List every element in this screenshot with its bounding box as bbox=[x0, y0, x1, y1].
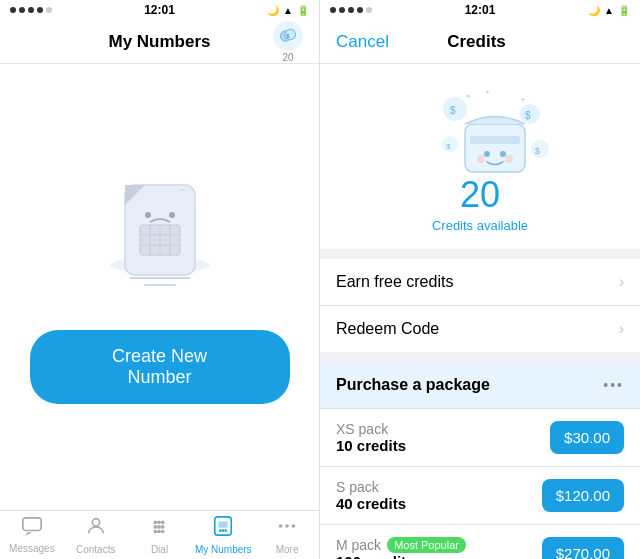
messages-icon bbox=[21, 516, 43, 541]
s-pack-credits: 40 credits bbox=[336, 495, 406, 512]
purchase-section: Purchase a package ••• XS pack 10 credit… bbox=[320, 362, 640, 559]
status-bar-right: 12:01 🌙 ▲ 🔋 bbox=[320, 0, 640, 20]
tab-messages-label: Messages bbox=[9, 543, 55, 554]
tab-more-label: More bbox=[276, 544, 299, 555]
s-pack-price[interactable]: $120.00 bbox=[542, 479, 624, 512]
sim-illustration bbox=[100, 170, 220, 300]
signal-dots bbox=[10, 7, 52, 13]
left-title: My Numbers bbox=[108, 32, 210, 52]
battery-icon: 🔋 bbox=[297, 5, 309, 16]
xs-pack-name: XS pack bbox=[336, 421, 406, 437]
svg-text:✦: ✦ bbox=[485, 89, 490, 95]
tab-dial[interactable]: Dial bbox=[128, 511, 192, 559]
right-signal-dots bbox=[330, 7, 372, 13]
dot3 bbox=[28, 7, 34, 13]
svg-point-33 bbox=[225, 529, 228, 532]
package-xs-info: XS pack 10 credits bbox=[336, 421, 406, 454]
dot4 bbox=[37, 7, 43, 13]
coins-icon: $ bbox=[279, 27, 297, 45]
status-bar-left: 12:01 🌙 ▲ 🔋 bbox=[0, 0, 319, 20]
three-dots-icon[interactable]: ••• bbox=[603, 377, 624, 393]
status-icons-left: 🌙 ▲ 🔋 bbox=[267, 5, 309, 16]
svg-point-36 bbox=[292, 524, 296, 528]
svg-point-23 bbox=[154, 525, 158, 529]
location-icon: ▲ bbox=[283, 5, 293, 16]
svg-text:$: $ bbox=[446, 142, 451, 151]
m-pack-price[interactable]: $270.00 bbox=[542, 537, 624, 559]
tab-contacts[interactable]: Contacts bbox=[64, 511, 128, 559]
rdot1 bbox=[330, 7, 336, 13]
credits-hero: $ $ $ $ ✦ ✦ ✦ bbox=[320, 64, 640, 249]
svg-point-22 bbox=[161, 521, 165, 525]
wallet-illustration: $ $ $ $ ✦ ✦ ✦ bbox=[435, 84, 525, 164]
tab-more[interactable]: More bbox=[255, 511, 319, 559]
menu-section: Earn free credits › Redeem Code › bbox=[320, 259, 640, 352]
svg-point-19 bbox=[92, 519, 99, 526]
right-nav-header: Cancel Credits bbox=[320, 20, 640, 64]
tab-my-numbers[interactable]: My Numbers bbox=[191, 511, 255, 559]
svg-point-13 bbox=[169, 212, 175, 218]
svg-text:$: $ bbox=[525, 110, 531, 121]
svg-point-25 bbox=[161, 525, 165, 529]
credits-icon: $ bbox=[273, 21, 303, 51]
create-number-button[interactable]: Create New Number bbox=[30, 330, 290, 404]
wallet-svg: $ $ $ $ ✦ ✦ ✦ bbox=[435, 84, 555, 184]
right-location-icon: ▲ bbox=[604, 5, 614, 16]
svg-point-28 bbox=[161, 530, 165, 534]
svg-point-32 bbox=[222, 529, 225, 532]
rdot5 bbox=[366, 7, 372, 13]
earn-credits-item[interactable]: Earn free credits › bbox=[320, 259, 640, 306]
svg-point-35 bbox=[285, 524, 289, 528]
tab-my-numbers-label: My Numbers bbox=[195, 544, 252, 555]
package-m-info: M pack Most Popular 100 credits bbox=[336, 537, 466, 559]
xs-pack-credits: 10 credits bbox=[336, 437, 406, 454]
bottom-tab-bar: Messages Contacts Dial My Numbers bbox=[0, 510, 319, 559]
svg-point-51 bbox=[500, 151, 506, 157]
purchase-header-label: Purchase a package bbox=[336, 376, 490, 394]
right-time: 12:01 bbox=[465, 3, 496, 17]
purchase-header: Purchase a package ••• bbox=[320, 362, 640, 409]
tab-contacts-label: Contacts bbox=[76, 544, 115, 555]
svg-text:✦: ✦ bbox=[520, 96, 526, 103]
rdot3 bbox=[348, 7, 354, 13]
earn-credits-label: Earn free credits bbox=[336, 273, 453, 291]
svg-rect-18 bbox=[23, 518, 41, 531]
redeem-code-label: Redeem Code bbox=[336, 320, 439, 338]
package-m[interactable]: M pack Most Popular 100 credits $270.00 bbox=[320, 525, 640, 559]
m-pack-credits: 100 credits bbox=[336, 553, 466, 559]
svg-point-24 bbox=[158, 525, 162, 529]
package-xs[interactable]: XS pack 10 credits $30.00 bbox=[320, 409, 640, 467]
left-main-content: Create New Number bbox=[0, 64, 319, 510]
tab-messages[interactable]: Messages bbox=[0, 511, 64, 559]
svg-text:$: $ bbox=[535, 146, 540, 156]
package-s[interactable]: S pack 40 credits $120.00 bbox=[320, 467, 640, 525]
dot5 bbox=[46, 7, 52, 13]
credits-available-text: Credits available bbox=[432, 218, 528, 233]
rdot4 bbox=[357, 7, 363, 13]
m-pack-name: M pack Most Popular bbox=[336, 537, 466, 553]
redeem-code-item[interactable]: Redeem Code › bbox=[320, 306, 640, 352]
xs-pack-right: $30.00 bbox=[550, 421, 624, 454]
dial-icon bbox=[148, 515, 170, 542]
svg-text:$: $ bbox=[287, 32, 290, 38]
svg-point-12 bbox=[145, 212, 151, 218]
tab-dial-label: Dial bbox=[151, 544, 168, 555]
dot2 bbox=[19, 7, 25, 13]
svg-point-31 bbox=[219, 529, 222, 532]
left-nav-header: My Numbers $ 20 bbox=[0, 20, 319, 64]
moon-icon: 🌙 bbox=[267, 5, 279, 16]
more-icon bbox=[276, 515, 298, 542]
svg-rect-30 bbox=[219, 521, 228, 527]
xs-pack-price[interactable]: $30.00 bbox=[550, 421, 624, 454]
s-pack-right: $120.00 bbox=[542, 479, 624, 512]
redeem-code-chevron: › bbox=[619, 320, 624, 338]
earn-credits-chevron: › bbox=[619, 273, 624, 291]
right-nav-title: Credits bbox=[447, 32, 506, 52]
left-panel: 12:01 🌙 ▲ 🔋 My Numbers $ 20 bbox=[0, 0, 320, 559]
credits-badge[interactable]: $ 20 bbox=[273, 21, 303, 63]
right-panel: 12:01 🌙 ▲ 🔋 Cancel Credits $ $ bbox=[320, 0, 640, 559]
credits-count: 20 bbox=[282, 52, 293, 63]
svg-text:✦: ✦ bbox=[465, 92, 472, 101]
cancel-button[interactable]: Cancel bbox=[336, 32, 389, 52]
svg-text:$: $ bbox=[450, 105, 456, 116]
